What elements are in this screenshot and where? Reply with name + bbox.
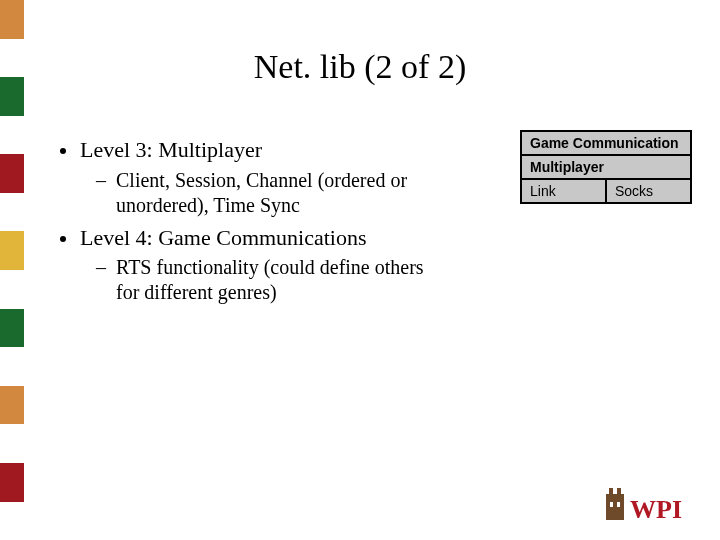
- sidebar-seg: [0, 386, 24, 425]
- bullet-text: Level 3: Multiplayer: [80, 136, 262, 164]
- sidebar-seg: [0, 0, 24, 39]
- sidebar-seg: [0, 116, 24, 155]
- svg-rect-1: [609, 488, 613, 496]
- diagram-cell: Link: [520, 178, 607, 204]
- diagram-row: Multiplayer: [520, 154, 692, 180]
- sidebar-seg: [0, 309, 24, 348]
- diagram-bottom-row: Link Socks: [520, 178, 692, 204]
- svg-text:WPI: WPI: [630, 495, 682, 524]
- bullet-item: Level 4: Game Communications: [60, 224, 460, 252]
- slide-content: Level 3: Multiplayer – Client, Session, …: [60, 130, 460, 305]
- slide-title: Net. lib (2 of 2): [0, 48, 720, 86]
- sub-bullet-item: – Client, Session, Channel (ordered or u…: [96, 168, 460, 218]
- sidebar-seg: [0, 347, 24, 386]
- diagram-row: Game Communication: [520, 130, 692, 156]
- svg-rect-4: [617, 502, 620, 507]
- layer-diagram: Game Communication Multiplayer Link Sock…: [520, 132, 692, 204]
- svg-rect-3: [610, 502, 613, 507]
- sidebar-seg: [0, 502, 24, 540]
- svg-rect-0: [606, 494, 624, 520]
- svg-rect-2: [617, 488, 621, 496]
- sub-bullet-text: RTS functionality (could define others f…: [116, 255, 436, 305]
- sidebar-seg: [0, 424, 24, 463]
- sub-bullet-item: – RTS functionality (could define others…: [96, 255, 460, 305]
- sub-bullet-text: Client, Session, Channel (ordered or uno…: [116, 168, 436, 218]
- sidebar-seg: [0, 270, 24, 309]
- bullet-item: Level 3: Multiplayer: [60, 136, 460, 164]
- bullet-dot-icon: [60, 236, 66, 242]
- sidebar-seg: [0, 463, 24, 502]
- dash-icon: –: [96, 255, 106, 280]
- sidebar-seg: [0, 193, 24, 232]
- sidebar-seg: [0, 154, 24, 193]
- wpi-logo: WPI: [600, 486, 700, 526]
- dash-icon: –: [96, 168, 106, 193]
- wpi-logo-icon: WPI: [600, 486, 700, 526]
- bullet-dot-icon: [60, 148, 66, 154]
- sidebar-seg: [0, 231, 24, 270]
- diagram-cell: Socks: [605, 178, 692, 204]
- bullet-text: Level 4: Game Communications: [80, 224, 367, 252]
